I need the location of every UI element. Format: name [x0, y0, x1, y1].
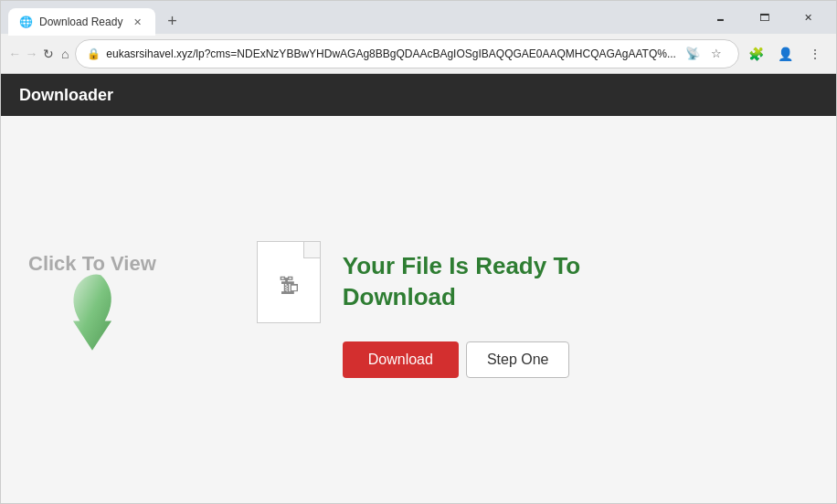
page-content: Downloader Click To View — [1, 74, 836, 503]
extensions-button[interactable]: 🧩 — [743, 40, 770, 68]
file-ready-text: Your File Is Ready To Download — [343, 251, 581, 313]
file-icon-fold — [303, 242, 320, 258]
download-card: 🗜 Your File Is Ready To Download Downloa… — [257, 241, 581, 378]
tab-strip: 🌐 Download Ready ✕ + — [8, 1, 699, 34]
title-bar: 🌐 Download Ready ✕ + 🗕 🗖 ✕ — [1, 1, 836, 34]
bookmark-icon[interactable]: ☆ — [705, 43, 727, 65]
button-row: Download Step One — [343, 341, 570, 378]
window-controls: 🗕 🗖 ✕ — [699, 1, 829, 34]
zip-icon: 🗜 — [279, 275, 299, 299]
download-button[interactable]: Download — [343, 341, 459, 378]
file-icon: 🗜 — [257, 241, 321, 323]
back-button[interactable]: ← — [8, 40, 21, 68]
forward-button[interactable]: → — [25, 40, 37, 68]
tab-title: Download Ready — [39, 16, 122, 28]
new-tab-button[interactable]: + — [159, 8, 185, 34]
url-bar[interactable]: 🔒 eukasrsihavel.xyz/lp?cms=NDExNzYBBwYHD… — [75, 39, 739, 68]
url-action-buttons: 📡 ☆ — [682, 43, 727, 65]
menu-button[interactable]: ⋮ — [801, 40, 829, 68]
app-header: Downloader — [1, 74, 836, 116]
step-one-button[interactable]: Step One — [466, 341, 570, 378]
maximize-button[interactable]: 🗖 — [743, 1, 785, 34]
cast-icon[interactable]: 📡 — [682, 43, 704, 65]
address-bar: ← → ↻ ⌂ 🔒 eukasrsihavel.xyz/lp?cms=NDExN… — [1, 34, 836, 74]
file-info: 🗜 Your File Is Ready To Download — [257, 241, 581, 323]
url-text: eukasrsihavel.xyz/lp?cms=NDExNzYBBwYHDwA… — [106, 47, 676, 60]
lock-icon: 🔒 — [87, 47, 101, 60]
browser-tab[interactable]: 🌐 Download Ready ✕ — [8, 8, 155, 36]
browser-frame: 🌐 Download Ready ✕ + 🗕 🗖 ✕ ← → ↻ ⌂ 🔒 euk… — [0, 0, 837, 504]
minimize-button[interactable]: 🗕 — [699, 1, 741, 34]
main-area: Click To View — [1, 116, 836, 503]
refresh-button[interactable]: ↻ — [42, 40, 55, 68]
arrow-down-icon — [51, 267, 133, 367]
app-title: Downloader — [19, 86, 113, 105]
tab-close-button[interactable]: ✕ — [130, 15, 144, 29]
home-button[interactable]: ⌂ — [58, 40, 71, 68]
close-button[interactable]: ✕ — [787, 1, 829, 34]
tab-favicon: 🌐 — [19, 16, 32, 28]
toolbar-actions: 🧩 👤 ⋮ — [743, 40, 829, 68]
click-to-view-section: Click To View — [28, 252, 156, 367]
profile-button[interactable]: 👤 — [772, 40, 800, 68]
